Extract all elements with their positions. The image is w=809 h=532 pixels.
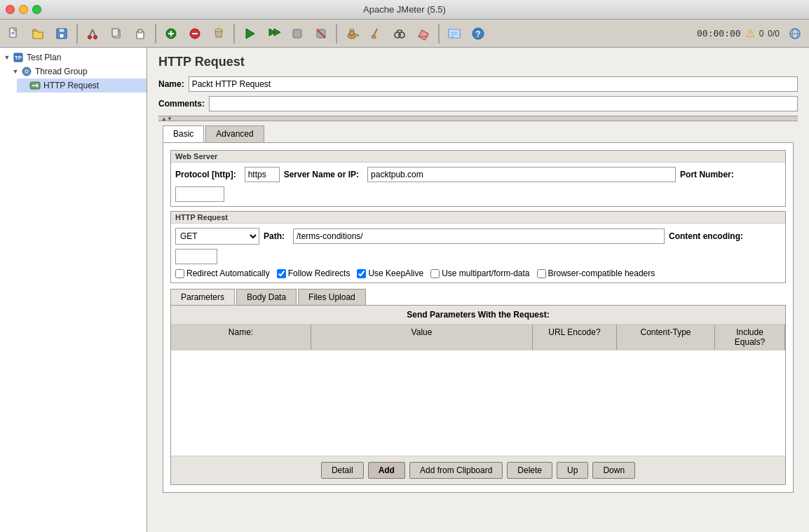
follow-redirects-checkbox-label[interactable]: Follow Redirects — [277, 268, 351, 278]
port-input[interactable] — [175, 186, 224, 202]
add-clipboard-button[interactable]: Add from Clipboard — [409, 462, 503, 479]
tab-content-basic: Web Server Protocol [http]: Server Name … — [163, 142, 794, 493]
panel-title: HTTP Request — [158, 55, 798, 69]
use-keepalive-label: Use KeepAlive — [368, 268, 423, 278]
redirect-auto-checkbox-label[interactable]: Redirect Automatically — [175, 268, 270, 278]
svg-text:?: ? — [475, 29, 480, 39]
path-input[interactable] — [293, 229, 665, 244]
encoding-label: Content encoding: — [669, 231, 743, 241]
paste-button[interactable] — [129, 22, 151, 45]
binoculars-button[interactable] — [388, 22, 411, 45]
protocol-input[interactable] — [245, 167, 280, 182]
tab-body-data[interactable]: Body Data — [236, 289, 297, 305]
browser-compat-checkbox[interactable] — [537, 269, 546, 278]
svg-rect-13 — [138, 29, 142, 33]
eraser-button[interactable] — [412, 22, 435, 45]
sidebar-item-thread-group[interactable]: ▼ Thread Group — [8, 64, 147, 79]
urn-button[interactable] — [341, 22, 363, 45]
minimize-button[interactable] — [19, 5, 28, 14]
open-button[interactable] — [27, 22, 49, 45]
server-label: Server Name or IP: — [284, 170, 359, 179]
main-tabs: Basic Advanced — [158, 121, 798, 142]
params-columns: Name: Value URL Encode? Content-Type Inc… — [171, 325, 785, 350]
content-area: HTTP Request Name: Comments: ▲▼ Basic Ad… — [147, 48, 809, 532]
thread-group-icon — [21, 66, 32, 77]
stop-clear-button[interactable] — [310, 22, 332, 45]
svg-rect-23 — [293, 29, 301, 38]
bottom-buttons: Detail Add Add from Clipboard Delete Up … — [171, 456, 785, 484]
sidebar-item-test-plan[interactable]: ▼ TP Test Plan — [0, 50, 147, 64]
use-multipart-checkbox[interactable] — [430, 269, 440, 278]
close-button[interactable] — [6, 5, 15, 14]
follow-redirects-checkbox[interactable] — [277, 269, 286, 278]
name-input[interactable] — [189, 76, 798, 92]
thread-group-label: Thread Group — [35, 67, 88, 76]
remove-tree-button[interactable] — [184, 22, 206, 45]
svg-point-6 — [88, 35, 92, 39]
port-label: Port Number: — [680, 170, 734, 179]
redirect-auto-label: Redirect Automatically — [186, 268, 270, 278]
broom-button[interactable] — [365, 22, 387, 45]
use-keepalive-checkbox[interactable] — [357, 269, 366, 278]
protocol-label: Protocol [http]: — [175, 170, 236, 179]
list-button[interactable] — [443, 22, 465, 45]
col-url-encode: URL Encode? — [533, 325, 617, 350]
svg-line-9 — [93, 29, 95, 36]
use-multipart-label: Use multipart/form-data — [442, 268, 529, 278]
comments-input[interactable] — [209, 96, 798, 111]
copy-button[interactable] — [105, 22, 128, 45]
tab-basic[interactable]: Basic — [163, 125, 204, 142]
add-tree-button[interactable] — [160, 22, 182, 45]
new-button[interactable] — [3, 22, 25, 45]
inner-tabs: Parameters Body Data Files Upload — [170, 289, 786, 305]
redirect-auto-checkbox[interactable] — [175, 269, 184, 278]
name-label: Name: — [158, 79, 184, 89]
maximize-button[interactable] — [32, 5, 41, 14]
toolbar: ? 00:00:00 ⚠ 0 0/0 — [0, 20, 809, 48]
svg-marker-36 — [419, 30, 428, 40]
checkboxes-row: Redirect Automatically Follow Redirects … — [175, 268, 781, 278]
stop-button[interactable] — [286, 22, 308, 45]
http-request-label: HTTP Request — [43, 81, 99, 90]
http-method-row: GET POST PUT DELETE PATCH HEAD OPTIONS P… — [175, 228, 781, 264]
use-multipart-checkbox-label[interactable]: Use multipart/form-data — [430, 268, 529, 278]
down-button[interactable]: Down — [592, 462, 635, 479]
test-plan-icon: TP — [13, 52, 24, 63]
run-selected-button[interactable] — [262, 22, 285, 45]
svg-rect-5 — [60, 34, 64, 38]
add-param-button[interactable]: Add — [368, 462, 405, 479]
tab-advanced[interactable]: Advanced — [205, 125, 264, 142]
svg-line-8 — [90, 29, 93, 36]
cut-button[interactable] — [81, 22, 104, 45]
method-select[interactable]: GET POST PUT DELETE PATCH HEAD OPTIONS — [175, 228, 259, 245]
col-value: Value — [311, 325, 533, 350]
web-server-body: Protocol [http]: Server Name or IP: Port… — [171, 163, 785, 206]
sidebar-item-http-request[interactable]: HTTP Request — [17, 79, 147, 93]
parameters-content: Send Parameters With the Request: Name: … — [170, 305, 786, 485]
help-button[interactable]: ? — [467, 22, 489, 45]
window-controls — [6, 5, 41, 14]
up-button[interactable]: Up — [557, 462, 588, 479]
tab-parameters[interactable]: Parameters — [170, 289, 235, 305]
http-request-arrow — [20, 81, 28, 90]
window-title: Apache JMeter (5.5) — [363, 4, 446, 15]
clear-tree-button[interactable] — [208, 22, 230, 45]
use-keepalive-checkbox-label[interactable]: Use KeepAlive — [357, 268, 423, 278]
separator-3 — [233, 24, 235, 43]
svg-point-7 — [94, 35, 97, 39]
detail-button[interactable]: Detail — [321, 462, 364, 479]
encoding-input[interactable] — [175, 249, 217, 264]
separator-2 — [155, 24, 156, 43]
globe-button[interactable] — [784, 22, 806, 45]
server-input[interactable] — [367, 167, 676, 182]
run-button[interactable] — [238, 22, 261, 45]
tab-files-upload[interactable]: Files Upload — [298, 289, 366, 305]
delete-button[interactable]: Delete — [507, 462, 552, 479]
save-button[interactable] — [50, 22, 73, 45]
browser-compat-checkbox-label[interactable]: Browser-compatible headers — [537, 268, 655, 278]
http-request-section-title: HTTP Request — [171, 212, 785, 224]
comments-row: Comments: — [158, 96, 798, 111]
collapse-bar[interactable]: ▲▼ — [158, 116, 798, 121]
comments-label: Comments: — [158, 99, 205, 109]
svg-rect-2 — [11, 34, 15, 34]
